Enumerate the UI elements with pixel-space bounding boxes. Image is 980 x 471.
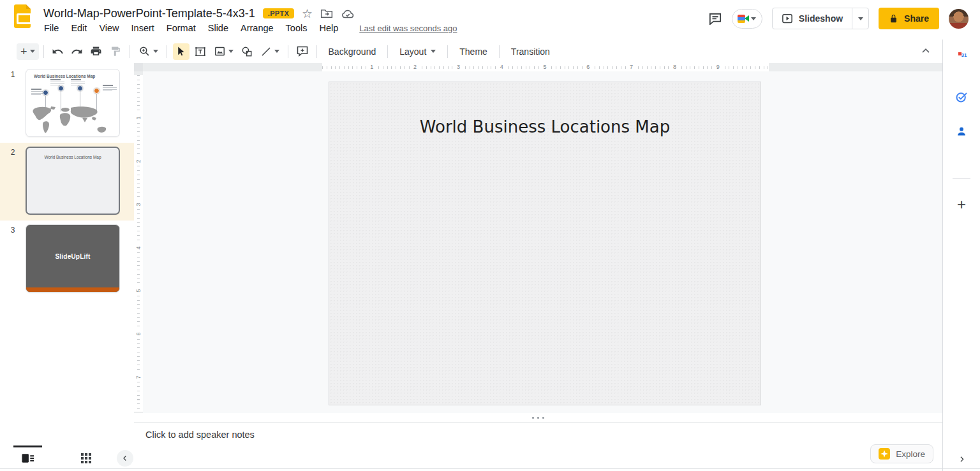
tasks-button[interactable] [955,91,968,106]
side-panel: 31 + [942,40,980,471]
slide-thumbnail-3[interactable]: SlideUpLift [26,224,120,293]
slide-row-1: 1 World Business Locations Map [0,63,134,143]
slideshow-label: Slideshow [799,13,843,24]
plus-icon: + [20,46,27,57]
slideshow-options-button[interactable] [852,8,868,29]
window-bottom-border [0,468,980,469]
redo-button[interactable] [69,43,85,60]
lock-icon [889,14,898,24]
world-map-graphic [29,105,118,136]
cloud-saved-icon[interactable] [341,8,355,18]
pptx-file-badge: .PPTX [263,8,294,18]
image-caret-icon [228,50,234,53]
meet-button[interactable] [732,9,762,29]
slide-thumbnail-1[interactable]: World Business Locations Map [26,69,120,137]
hruler-tick-label: 4 [498,63,505,71]
selected-tab-indicator [13,446,42,447]
share-label: Share [904,13,929,24]
thumb1-label-block [103,85,117,92]
slide-title-text[interactable]: World Business Locations Map [329,117,761,136]
slides-filmstrip-panel: 1 World Business Locations Map [0,63,134,471]
hruler-tick-label: 5 [541,63,548,71]
speaker-notes-input[interactable]: Click to add speaker notes [145,430,255,440]
menu-item-format[interactable]: Format [167,23,196,33]
filmstrip-view-button[interactable] [22,453,34,466]
text-box-tool[interactable] [192,43,209,60]
tasks-icon [955,91,968,103]
vruler-tick-label: 5 [135,286,142,295]
zoom-button[interactable] [135,43,162,60]
line-tool[interactable] [256,43,283,60]
undo-button[interactable] [50,43,66,60]
menu-item-view[interactable]: View [99,23,119,33]
explore-label: Explore [896,449,925,459]
zoom-caret-icon [153,50,158,53]
insert-image-button[interactable] [210,43,237,60]
hide-menus-button[interactable] [919,45,932,60]
thumb2-title: World Business Locations Map [27,155,119,159]
hruler-tick-label: 3 [455,63,462,71]
shape-tool[interactable] [239,43,255,60]
horizontal-ruler: 1 2 3 4 5 6 7 8 9 [143,63,942,71]
share-button[interactable]: Share [879,8,939,29]
background-button[interactable]: Background [322,43,383,60]
expand-side-panel-button[interactable] [943,455,980,463]
menu-bar: File Edit View Insert Format Slide Arran… [44,23,457,33]
document-title[interactable]: World-Map-PowerPoint-Template-5-4x3-1 [43,7,255,20]
slideshow-button[interactable]: Slideshow [773,8,852,29]
slide-row-2-selected: 2 World Business Locations Map [0,143,134,221]
vruler-tick-label: 7 [135,373,142,382]
layout-caret-icon [431,50,436,53]
slide-number: 2 [0,147,26,215]
select-tool[interactable] [173,43,189,60]
layout-button[interactable]: Layout [392,43,443,60]
collapse-filmstrip-button[interactable] [117,450,133,467]
vruler-tick-label: 1 [135,113,142,122]
vruler-tick-label: 6 [135,330,142,338]
meet-caret-icon [751,17,756,20]
paint-format-button[interactable] [107,43,124,60]
menu-item-slide[interactable]: Slide [208,23,228,33]
slides-logo-icon[interactable] [14,4,31,28]
move-folder-icon[interactable] [320,8,333,19]
grid-view-button[interactable] [81,453,91,466]
hruler-tick-label: 6 [584,63,591,71]
menu-item-help[interactable]: Help [319,23,338,33]
hruler-tick-label: 7 [628,63,635,71]
transition-button[interactable]: Transition [504,43,557,60]
slide-canvas[interactable]: World Business Locations Map [329,82,761,405]
open-comments-icon[interactable] [708,12,722,25]
explore-icon [879,448,890,460]
thumb1-title: World Business Locations Map [34,74,95,78]
new-slide-button[interactable]: + [17,43,39,60]
slide-row-3: 3 SlideUpLift [0,221,134,298]
menu-item-insert[interactable]: Insert [131,23,154,33]
menu-item-arrange[interactable]: Arrange [241,23,274,33]
vruler-tick-label: 4 [135,243,142,252]
menu-item-edit[interactable]: Edit [71,23,87,33]
thumb3-title: SlideUpLift [26,253,119,260]
filmstrip-view-tabbar [0,446,134,471]
insert-comment-button[interactable] [294,43,311,60]
last-edit-link[interactable]: Last edit was seconds ago [359,24,457,33]
meet-icon [738,15,749,23]
slide-thumbnail-2[interactable]: World Business Locations Map [26,147,120,215]
editing-canvas[interactable]: 1 2 3 4 5 6 7 8 9 World Business Locatio… [143,63,942,413]
explore-button[interactable]: Explore [870,444,933,463]
account-avatar[interactable] [949,9,969,29]
contacts-button[interactable] [955,125,968,140]
contacts-icon [955,125,968,138]
notes-resize-handle[interactable] [134,413,942,423]
menu-item-file[interactable]: File [44,23,59,33]
theme-button[interactable]: Theme [452,43,494,60]
slide-number: 3 [0,224,26,293]
star-icon[interactable]: ☆ [302,8,313,20]
print-button[interactable] [88,43,105,60]
hruler-tick-label: 9 [715,63,722,71]
hruler-tick-label: 2 [412,63,419,71]
line-caret-icon [274,50,279,53]
menu-item-tools[interactable]: Tools [286,23,308,33]
toolbar: + [0,40,942,63]
get-addons-button[interactable]: + [957,198,966,211]
hruler-tick-label: 1 [368,63,375,71]
